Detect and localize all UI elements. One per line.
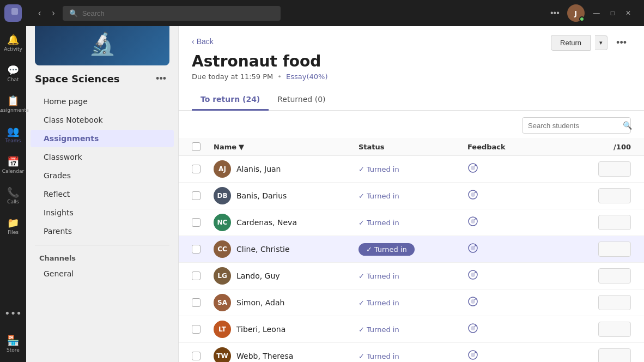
search-students-input[interactable] <box>528 122 619 130</box>
student-row-checkbox[interactable] <box>192 352 201 360</box>
svg-point-7 <box>471 219 475 224</box>
score-input[interactable] <box>598 268 631 283</box>
sidebar-item-general[interactable]: General <box>31 265 174 282</box>
return-button[interactable]: Return <box>551 35 591 51</box>
tab-to-return[interactable]: To return (24) <box>192 89 269 111</box>
row-checkbox-cell <box>192 352 214 360</box>
feedback-cell[interactable] <box>467 216 576 229</box>
sidebar-item-chat[interactable]: 💬 Chat <box>2 59 24 87</box>
sidebar-item-assignments-link[interactable]: Assignments <box>31 130 174 147</box>
student-row-checkbox[interactable] <box>192 191 201 200</box>
student-name: Webb, Theresa <box>236 352 293 360</box>
forward-navigation-button[interactable]: › <box>48 6 58 20</box>
row-checkbox-cell <box>192 325 214 334</box>
sidebar-item-grades[interactable]: Grades <box>31 167 174 184</box>
name-column-header[interactable]: Name ▼ <box>214 142 359 151</box>
back-to-assignments-button[interactable]: ‹ Back <box>192 35 214 48</box>
status-cell: ✓ Turned in <box>359 352 467 360</box>
assignment-more-button[interactable]: ••• <box>612 35 631 51</box>
assignment-title-section: ‹ Back Astronaut food Due today at 11:59… <box>192 35 327 81</box>
score-input[interactable] <box>598 295 631 310</box>
feedback-icon[interactable] <box>467 296 478 309</box>
feedback-cell[interactable] <box>467 243 576 256</box>
check-icon: ✓ <box>359 325 364 334</box>
feedback-cell[interactable] <box>467 349 576 362</box>
more-options-button[interactable]: ••• <box>547 6 563 20</box>
maximize-button[interactable]: □ <box>606 7 619 19</box>
student-row-checkbox[interactable] <box>192 245 201 254</box>
student-row-checkbox[interactable] <box>192 165 201 173</box>
table-row: TW Webb, Theresa ✓ Turned in <box>179 343 644 362</box>
sidebar-item-class-notebook[interactable]: Class Notebook <box>31 111 174 129</box>
score-input[interactable] <box>598 348 631 362</box>
sidebar-item-classwork[interactable]: Classwork <box>31 148 174 166</box>
sidebar-item-files[interactable]: 📁 Files <box>2 212 24 240</box>
status-column-header: Status <box>359 142 467 151</box>
tabs-row: To return (24) Returned (0) <box>179 89 644 111</box>
return-dropdown-button[interactable]: ▾ <box>595 35 607 50</box>
tab-returned[interactable]: Returned (0) <box>269 89 334 111</box>
student-name-cell: AJ Alanis, Juan <box>214 160 359 178</box>
search-students-container[interactable]: 🔍 <box>522 117 631 134</box>
select-all-checkbox[interactable] <box>192 142 201 151</box>
score-input[interactable] <box>598 322 631 337</box>
feedback-icon[interactable] <box>467 216 478 229</box>
row-checkbox-cell <box>192 191 214 200</box>
score-input[interactable] <box>598 215 631 230</box>
sidebar-item-parents[interactable]: Parents <box>31 222 174 240</box>
sidebar-item-assignments[interactable]: 📋 Assignments <box>2 89 24 118</box>
student-row-checkbox[interactable] <box>192 325 201 334</box>
student-row-checkbox[interactable] <box>192 218 201 227</box>
table-row: LG Lando, Guy ✓ Turned in <box>179 263 644 289</box>
feedback-cell[interactable] <box>467 269 576 282</box>
table-row: AJ Alanis, Juan ✓ Turned in <box>179 156 644 183</box>
sidebar-item-calendar[interactable]: 📅 Calendar <box>2 150 24 179</box>
student-avatar: AJ <box>214 160 231 178</box>
feedback-icon[interactable] <box>467 162 478 176</box>
feedback-cell[interactable] <box>467 323 576 336</box>
feedback-icon[interactable] <box>467 323 478 336</box>
feedback-cell[interactable] <box>467 189 576 202</box>
student-row-checkbox[interactable] <box>192 272 201 280</box>
sidebar-item-teams[interactable]: 👥 Teams <box>2 120 24 148</box>
close-button[interactable]: ✕ <box>621 7 635 19</box>
files-icon: 📁 <box>7 217 19 228</box>
user-avatar[interactable]: J <box>567 4 585 22</box>
minimize-button[interactable]: — <box>589 7 604 19</box>
score-input[interactable] <box>598 188 631 203</box>
sidebar-item-home[interactable]: Home page <box>31 93 174 110</box>
status-badge-normal: ✓ Turned in <box>359 192 399 200</box>
student-name: Alanis, Juan <box>236 165 281 173</box>
sidebar-item-insights[interactable]: Insights <box>31 204 174 221</box>
row-checkbox-cell <box>192 298 214 307</box>
back-navigation-button[interactable]: ‹ <box>35 6 44 20</box>
feedback-icon[interactable] <box>467 269 478 282</box>
status-badge-normal: ✓ Turned in <box>359 219 399 227</box>
student-name-cell: NC Cardenas, Neva <box>214 214 359 231</box>
check-icon: ✓ <box>359 165 364 173</box>
feedback-cell[interactable] <box>467 296 576 309</box>
search-students-icon: 🔍 <box>623 121 632 130</box>
sidebar-item-calls[interactable]: 📞 Calls <box>2 181 24 209</box>
svg-rect-1 <box>11 8 18 15</box>
search-input[interactable] <box>82 9 274 17</box>
feedback-cell[interactable] <box>467 162 576 176</box>
search-bar[interactable]: 🔍 <box>63 6 281 21</box>
status-badge-normal: ✓ Turned in <box>359 325 399 334</box>
feedback-icon[interactable] <box>467 243 478 256</box>
score-input[interactable] <box>598 161 631 177</box>
feedback-icon[interactable] <box>467 189 478 202</box>
student-name-cell: LG Lando, Guy <box>214 267 359 285</box>
nav-icon-bar: 🔔 Activity 💬 Chat 📋 Assignments 👥 Teams … <box>0 0 26 362</box>
table-row: CC Cline, Christie ✓ Turned in <box>179 236 644 263</box>
team-more-button[interactable]: ••• <box>153 72 169 86</box>
sidebar-item-activity[interactable]: 🔔 Activity <box>2 28 24 57</box>
score-input[interactable] <box>598 242 631 257</box>
sidebar-item-store[interactable]: 🏪 Store <box>2 329 24 358</box>
sidebar-item-reflect[interactable]: Reflect <box>31 185 174 203</box>
status-cell: ✓ Turned in <box>359 165 467 173</box>
score-column-header: /100 <box>576 142 631 151</box>
more-apps-button[interactable]: ••• <box>2 299 24 327</box>
student-row-checkbox[interactable] <box>192 298 201 307</box>
feedback-icon[interactable] <box>467 349 478 362</box>
